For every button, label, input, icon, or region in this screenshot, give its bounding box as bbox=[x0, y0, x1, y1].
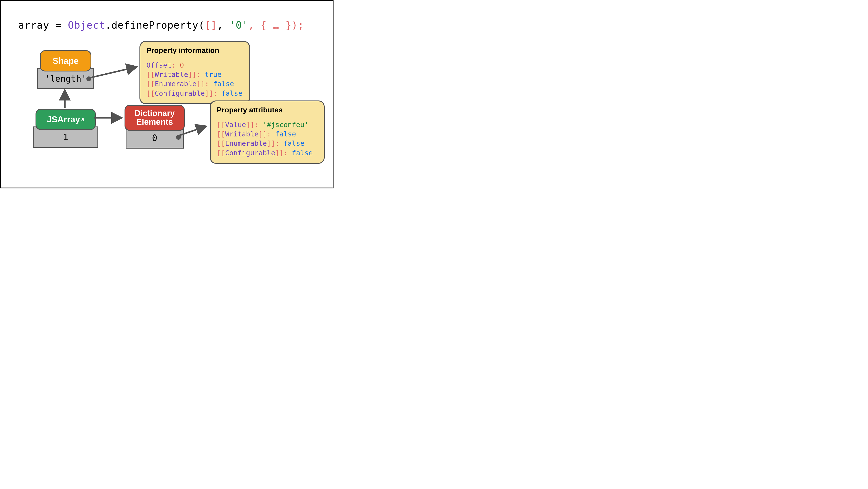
shape-slot-text: 'length' bbox=[45, 73, 87, 84]
bracket: [[ bbox=[217, 130, 225, 138]
propattr-line: [[Configurable]]: false bbox=[217, 148, 318, 158]
code-token: , bbox=[217, 19, 229, 31]
propattr-line: [[Enumerable]]: false bbox=[217, 139, 318, 148]
propattr-line: [[Writable]]: false bbox=[217, 129, 318, 139]
bracket: ]]: bbox=[275, 149, 292, 157]
shape-label: Shape bbox=[53, 56, 79, 66]
shape-box: Shape bbox=[40, 50, 91, 71]
dict-label-1: Dictionary bbox=[134, 109, 175, 118]
bracket: ]]: bbox=[188, 70, 205, 79]
bracket: [[ bbox=[217, 149, 225, 157]
dict-slot-text: 0 bbox=[152, 133, 157, 143]
propinfo-line: [[Configurable]]: false bbox=[146, 89, 243, 98]
propinfo-key-text: Configurable bbox=[155, 89, 205, 97]
jsarray-slot-text: 1 bbox=[63, 132, 68, 142]
code-token: '0' bbox=[229, 19, 248, 31]
code-token: , { … }); bbox=[248, 19, 304, 31]
bracket: [[ bbox=[146, 89, 155, 97]
propattr-key-text: Configurable bbox=[225, 149, 275, 157]
colon: : bbox=[172, 61, 180, 69]
propinfo-key: Offset bbox=[146, 61, 172, 69]
propattr-line: [[Value]]: '#jsconfeu' bbox=[217, 120, 318, 129]
bracket: ]]: bbox=[258, 130, 275, 138]
propattr-val: '#jsconfeu' bbox=[263, 121, 309, 129]
propattr-val: false bbox=[283, 139, 304, 148]
bracket: ]]: bbox=[205, 89, 221, 97]
propinfo-line: [[Enumerable]]: false bbox=[146, 79, 243, 89]
dict-label-2: Elements bbox=[136, 118, 173, 126]
propinfo-key-text: Enumerable bbox=[155, 80, 197, 88]
propinfo-val: 0 bbox=[180, 61, 184, 69]
propinfo-val: false bbox=[213, 80, 234, 88]
propattr-val: false bbox=[292, 149, 313, 157]
property-information-panel: Property information Offset: 0 [[[[Writa… bbox=[140, 41, 250, 104]
code-token: array = bbox=[18, 19, 68, 31]
connector-dot bbox=[176, 135, 181, 140]
jsarray-box: JSArray a bbox=[35, 109, 96, 130]
code-token: .defineProperty( bbox=[105, 19, 205, 31]
jsarray-label: JSArray bbox=[47, 115, 80, 124]
property-attributes-panel: Property attributes [[Value]]: '#jsconfe… bbox=[210, 100, 324, 164]
propattr-key-text: Value bbox=[225, 121, 246, 129]
code-line: array = Object.defineProperty([], '0', {… bbox=[18, 19, 304, 31]
propinfo-val: false bbox=[221, 89, 242, 97]
propattr-title: Property attributes bbox=[217, 106, 318, 114]
propattr-key-text: Enumerable bbox=[225, 139, 267, 148]
bracket: [[ bbox=[146, 70, 155, 79]
code-token: [] bbox=[205, 19, 217, 31]
bracket: [[ bbox=[217, 139, 225, 148]
code-token: Object bbox=[68, 19, 105, 31]
propinfo-line: [[[[Writable]]Writable]]: true bbox=[146, 70, 243, 79]
propinfo-key-text: Writable bbox=[155, 70, 188, 79]
bracket: ]]: bbox=[196, 80, 213, 88]
bracket: [[ bbox=[146, 80, 155, 88]
propattr-key-text: Writable bbox=[225, 130, 258, 138]
jsarray-sub: a bbox=[81, 116, 84, 123]
propinfo-line: Offset: 0 bbox=[146, 61, 243, 70]
dictionary-elements-box: Dictionary Elements bbox=[125, 105, 185, 131]
svg-line-0 bbox=[89, 67, 136, 78]
bracket: ]]: bbox=[246, 121, 263, 129]
propattr-val: false bbox=[275, 130, 296, 138]
connector-dot bbox=[86, 77, 91, 81]
bracket: ]]: bbox=[267, 139, 283, 148]
diagram-frame: array = Object.defineProperty([], '0', {… bbox=[0, 0, 334, 188]
propinfo-title: Property information bbox=[146, 46, 243, 55]
propinfo-val: true bbox=[205, 70, 221, 79]
bracket: [[ bbox=[217, 121, 225, 129]
